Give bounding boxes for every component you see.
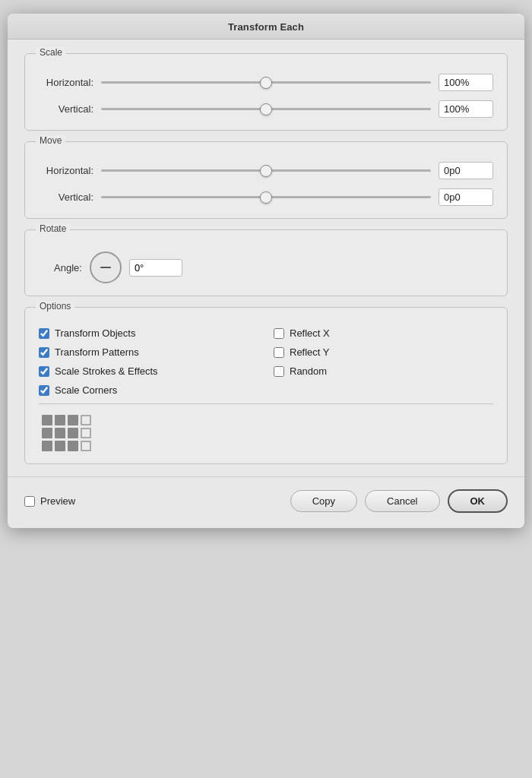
move-horizontal-slider-wrap [101,164,431,178]
transform-point-grid[interactable] [42,415,493,451]
rotate-section-label: Rotate [36,223,70,234]
ok-button[interactable]: OK [448,489,508,513]
tp-br[interactable] [68,441,78,451]
scale-horizontal-slider-wrap [101,76,431,90]
scale-vertical-slider-wrap [101,103,431,116]
scale-horizontal-input[interactable] [439,74,493,91]
copy-button[interactable]: Copy [290,490,357,512]
tp-tl[interactable] [42,415,52,425]
transform-objects-label: Transform Objects [55,327,135,339]
move-vertical-label: Vertical: [39,191,101,203]
tp-tr[interactable] [68,415,78,425]
scale-corners-row: Scale Corners [39,384,258,396]
move-vertical-slider[interactable] [101,196,431,198]
random-label: Random [290,365,327,377]
cancel-button[interactable]: Cancel [365,490,439,512]
tp-gap3 [81,441,91,451]
move-vertical-slider-wrap [101,191,431,204]
angle-label: Angle: [54,262,82,274]
move-vertical-row: Vertical: [39,188,493,206]
tp-mm[interactable] [55,428,65,438]
preview-wrap: Preview [24,495,283,507]
tp-ml[interactable] [42,428,52,438]
rotate-section: Rotate Angle: [24,229,508,296]
options-section-label: Options [36,301,74,312]
options-separator [39,403,493,404]
scale-vertical-input[interactable] [439,100,493,118]
transform-objects-row: Transform Objects [39,327,258,339]
scale-horizontal-slider[interactable] [101,81,431,84]
scale-horizontal-label: Horizontal: [39,77,101,88]
scale-strokes-checkbox[interactable] [39,366,49,377]
angle-input[interactable] [129,259,182,277]
tp-mr[interactable] [68,428,78,438]
dial-line [100,267,111,268]
move-vertical-input[interactable] [439,188,493,206]
scale-section: Scale Horizontal: Vertical: [24,53,508,131]
scale-vertical-row: Vertical: [39,100,493,118]
tp-tm[interactable] [55,415,65,425]
move-horizontal-slider[interactable] [101,169,431,172]
tp-gap2 [81,428,91,438]
transform-each-dialog: Transform Each Scale Horizontal: Vertica… [8,14,524,528]
transform-patterns-label: Transform Patterns [55,346,139,358]
scale-corners-label: Scale Corners [55,384,117,396]
preview-label: Preview [40,495,75,507]
transform-patterns-row: Transform Patterns [39,346,258,358]
scale-horizontal-row: Horizontal: [39,74,493,91]
scale-vertical-label: Vertical: [39,103,101,115]
reflect-y-row: Reflect Y [274,346,493,358]
options-section: Options Transform Objects Reflect X Tran… [24,307,508,464]
scale-strokes-label: Scale Strokes & Effects [55,365,158,377]
preview-checkbox[interactable] [24,496,35,507]
dialog-body: Scale Horizontal: Vertical: Move Horizon [8,40,524,475]
scale-corners-checkbox[interactable] [39,385,49,396]
transform-patterns-checkbox[interactable] [39,347,49,358]
scale-vertical-slider[interactable] [101,108,431,110]
transform-objects-checkbox[interactable] [39,328,49,339]
move-section-label: Move [36,135,65,146]
options-grid: Transform Objects Reflect X Transform Pa… [39,327,493,396]
dialog-title: Transform Each [8,14,524,40]
scale-section-label: Scale [36,47,66,58]
reflect-x-checkbox[interactable] [274,328,284,339]
tp-gap1 [81,415,91,425]
tp-bm[interactable] [55,441,65,451]
rotate-row: Angle: [39,251,493,283]
random-checkbox[interactable] [274,366,284,377]
tp-bl[interactable] [42,441,52,451]
move-horizontal-label: Horizontal: [39,165,101,176]
bottom-bar: Preview Copy Cancel OK [8,476,524,528]
move-horizontal-row: Horizontal: [39,162,493,179]
scale-strokes-row: Scale Strokes & Effects [39,365,258,377]
reflect-x-row: Reflect X [274,327,493,339]
move-horizontal-input[interactable] [439,162,493,179]
reflect-x-label: Reflect X [290,327,330,339]
reflect-y-label: Reflect Y [290,346,330,358]
angle-dial[interactable] [90,251,122,283]
move-section: Move Horizontal: Vertical: [24,141,508,219]
reflect-y-checkbox[interactable] [274,347,284,358]
random-row: Random [274,365,493,377]
